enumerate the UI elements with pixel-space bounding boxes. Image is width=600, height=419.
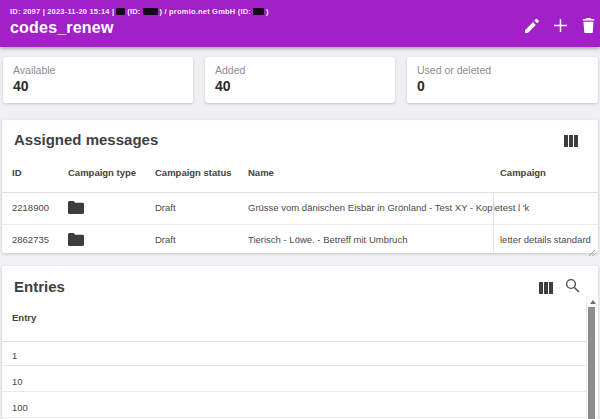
edit-button[interactable] bbox=[522, 17, 542, 37]
redacted-client-id bbox=[143, 8, 158, 15]
column-header-campaign-type[interactable]: Campaign type bbox=[68, 167, 136, 178]
column-settings-button[interactable] bbox=[563, 134, 579, 148]
cell-id: 2862735 bbox=[12, 234, 49, 245]
cell-name: Tierisch - Löwe. - Betreff mit Umbruch bbox=[248, 234, 407, 245]
plus-icon bbox=[553, 18, 568, 37]
cell-status: Draft bbox=[155, 234, 176, 245]
search-button[interactable] bbox=[563, 278, 581, 296]
cell-entry: 10 bbox=[12, 376, 23, 387]
table-divider bbox=[2, 224, 598, 225]
cell-entry: 100 bbox=[12, 402, 28, 413]
redacted-client-icon bbox=[116, 8, 125, 15]
column-header-campaign[interactable]: Campaign bbox=[500, 167, 546, 178]
table-divider bbox=[2, 365, 586, 366]
stat-value: 0 bbox=[417, 78, 425, 94]
resize-grip-icon[interactable] bbox=[588, 243, 596, 261]
stat-card-used-or-deleted: Used or deleted 0 bbox=[407, 57, 598, 103]
stat-value: 40 bbox=[13, 78, 29, 94]
table-divider bbox=[2, 391, 586, 392]
app-header: ID: 2097 | 2023-11-20 15:14 |(ID:) / pro… bbox=[0, 0, 600, 47]
folder-icon bbox=[68, 232, 84, 250]
table-divider bbox=[2, 417, 586, 418]
record-meta-text-1: ID: 2097 | 2023-11-20 15:14 | bbox=[10, 7, 114, 16]
add-button[interactable] bbox=[550, 17, 570, 37]
redacted-company-id bbox=[253, 8, 264, 15]
cell-entry: 1 bbox=[12, 350, 17, 361]
record-meta-text-3: ) / promio.net GmbH (ID: bbox=[160, 7, 251, 16]
cell-campaign: test l 'k bbox=[500, 202, 529, 213]
table-divider bbox=[2, 341, 586, 342]
column-divider bbox=[493, 192, 494, 253]
stat-label: Used or deleted bbox=[417, 64, 491, 76]
cell-campaign: letter details standard bbox=[500, 234, 591, 245]
cell-id: 2218900 bbox=[12, 202, 49, 213]
table-divider bbox=[2, 192, 598, 193]
column-header-name[interactable]: Name bbox=[248, 167, 274, 178]
stat-label: Added bbox=[215, 64, 245, 76]
column-header-id[interactable]: ID bbox=[12, 167, 22, 178]
scroll-up-arrow-icon[interactable] bbox=[590, 300, 596, 304]
section-title-assigned-messages: Assigned messages bbox=[14, 131, 158, 148]
stat-label: Available bbox=[13, 64, 55, 76]
columns-icon bbox=[564, 135, 577, 147]
record-meta-text-2: (ID: bbox=[127, 7, 140, 16]
delete-button[interactable] bbox=[578, 17, 598, 37]
column-header-campaign-status[interactable]: Campaign status bbox=[155, 167, 232, 178]
scrollbar-thumb[interactable] bbox=[588, 307, 595, 419]
page-title: codes_renew bbox=[10, 19, 114, 37]
stat-value: 40 bbox=[215, 78, 231, 94]
column-header-entry[interactable]: Entry bbox=[12, 312, 36, 323]
section-title-entries: Entries bbox=[14, 278, 65, 295]
cell-status: Draft bbox=[155, 202, 176, 213]
columns-icon bbox=[539, 282, 552, 294]
column-settings-button[interactable] bbox=[538, 281, 554, 295]
cell-name: Grüsse vom dänischen Eisbär in Grönland … bbox=[248, 202, 500, 213]
entries-panel: Entries Entry 1 10 100 bbox=[2, 266, 598, 419]
search-icon bbox=[565, 278, 580, 297]
trash-icon bbox=[582, 18, 595, 37]
stat-card-available: Available 40 bbox=[3, 57, 193, 103]
record-meta: ID: 2097 | 2023-11-20 15:14 |(ID:) / pro… bbox=[10, 7, 269, 16]
record-meta-text-4: ) bbox=[266, 7, 269, 16]
pencil-icon bbox=[525, 18, 540, 37]
assigned-messages-panel: Assigned messages ID Campaign type Campa… bbox=[2, 120, 598, 253]
folder-icon bbox=[68, 200, 84, 218]
stat-card-added: Added 40 bbox=[205, 57, 395, 103]
